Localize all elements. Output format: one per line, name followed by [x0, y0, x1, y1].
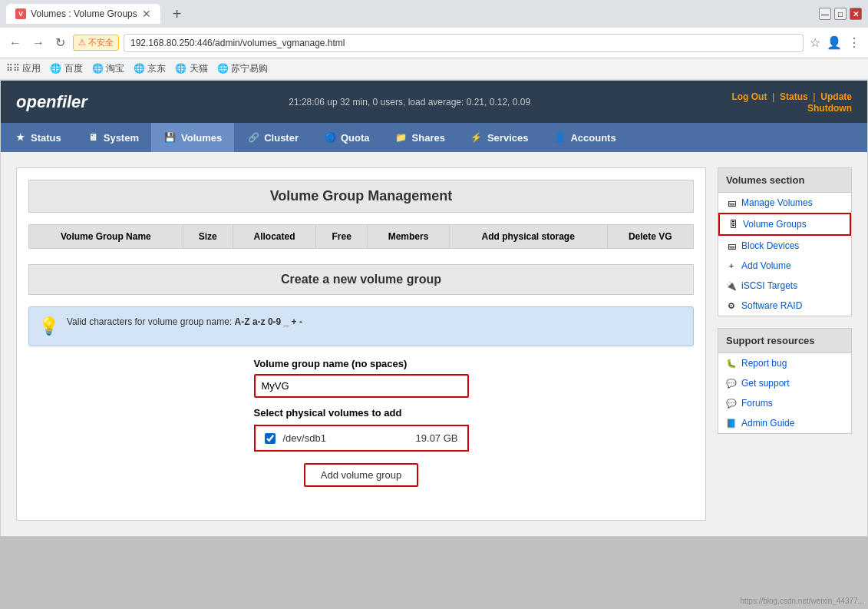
main-navigation: ★ Status 🖥 System 💾 Volumes 🔗 Cluster 🔵 …	[1, 123, 867, 152]
forums-link[interactable]: Forums	[741, 398, 773, 409]
header-links: Log Out | Status | Update Shutdown	[731, 91, 852, 114]
manage-volumes-link[interactable]: Manage Volumes	[741, 197, 813, 208]
status-link[interactable]: Status	[780, 91, 808, 102]
back-button[interactable]: ←	[6, 35, 25, 51]
pv-device: /dev/sdb1	[283, 432, 408, 444]
sep1: |	[772, 91, 777, 102]
nav-shares[interactable]: 📁 Shares	[382, 123, 457, 152]
bookmark-icon[interactable]: ☆	[808, 34, 822, 51]
support-section-title: Support resources	[718, 329, 851, 353]
forward-button[interactable]: →	[29, 35, 48, 51]
sidebar-report-bug[interactable]: 🐛 Report bug	[718, 353, 851, 373]
block-devices-icon: 🖴	[726, 240, 737, 251]
nav-volumes-label: Volumes	[181, 132, 222, 144]
bookmark-taobao[interactable]: 🌐 淘宝	[92, 62, 124, 75]
nav-shares-label: Shares	[412, 132, 445, 144]
nav-cluster-label: Cluster	[264, 132, 299, 144]
create-section-title-bar: Create a new volume group	[28, 264, 694, 295]
get-support-icon: 💬	[726, 378, 737, 389]
add-volume-group-button[interactable]: Add volume group	[304, 463, 419, 487]
menu-icon[interactable]: ⋮	[847, 34, 862, 51]
volume-groups-link[interactable]: Volume Groups	[743, 219, 807, 230]
sidebar-volume-groups[interactable]: 🗄 Volume Groups	[718, 213, 851, 236]
nav-status[interactable]: ★ Status	[1, 123, 74, 152]
close-button[interactable]: ✕	[850, 8, 862, 20]
nav-services[interactable]: ⚡ Services	[457, 123, 541, 152]
software-raid-link[interactable]: Software RAID	[741, 300, 802, 311]
nav-system[interactable]: 🖥 System	[74, 123, 151, 152]
url-bar[interactable]	[124, 34, 804, 52]
warning-icon: ⚠	[78, 38, 86, 48]
security-warning: ⚠ 不安全	[73, 35, 119, 51]
volumes-nav-icon: 💾	[163, 131, 177, 144]
admin-guide-icon: 📘	[726, 418, 737, 429]
nav-accounts[interactable]: 👤 Accounts	[540, 123, 628, 152]
col-free: Free	[316, 225, 368, 249]
pv-section-label: Select physical volumes to add	[254, 407, 469, 419]
page-content: openfiler 21:28:06 up 32 min, 0 users, l…	[0, 80, 868, 537]
bookmark-tianmao[interactable]: 🌐 天猫	[175, 62, 207, 75]
manage-volumes-icon: 🖴	[726, 197, 737, 208]
sidebar-manage-volumes[interactable]: 🖴 Manage Volumes	[718, 193, 851, 213]
bookmarks-label: ⠿⠿ 应用	[6, 62, 41, 75]
get-support-link[interactable]: Get support	[741, 378, 790, 389]
openfiler-header: openfiler 21:28:06 up 32 min, 0 users, l…	[1, 81, 867, 123]
bookmark-baidu[interactable]: 🌐 百度	[50, 62, 82, 75]
vg-table: Volume Group Name Size Allocated Free Me…	[28, 224, 694, 249]
sidebar-get-support[interactable]: 💬 Get support	[718, 373, 851, 393]
vg-name-input[interactable]	[254, 374, 469, 398]
sidebar-block-devices[interactable]: 🖴 Block Devices	[718, 236, 851, 256]
status-nav-icon: ★	[13, 131, 27, 144]
pv-item: /dev/sdb1 19.07 GB	[265, 432, 458, 444]
shutdown-link[interactable]: Shutdown	[807, 103, 852, 114]
profile-icon[interactable]: 👤	[825, 34, 843, 51]
vg-name-group: Volume group name (no spaces)	[254, 358, 469, 398]
minimize-button[interactable]: —	[819, 8, 831, 20]
forums-icon: 💬	[726, 398, 737, 409]
accounts-nav-icon: 👤	[553, 131, 566, 144]
iscsi-targets-link[interactable]: iSCSI Targets	[741, 280, 797, 291]
create-section-heading: Create a new volume group	[37, 273, 685, 286]
col-delete-vg: Delete VG	[607, 225, 693, 249]
nav-accounts-label: Accounts	[570, 132, 616, 144]
software-raid-icon: ⚙	[726, 300, 737, 311]
col-vg-name: Volume Group Name	[29, 225, 183, 249]
report-bug-link[interactable]: Report bug	[741, 358, 787, 369]
tab-close-button[interactable]: ✕	[142, 8, 151, 19]
col-members: Members	[368, 225, 450, 249]
cluster-nav-icon: 🔗	[246, 131, 260, 144]
new-tab-button[interactable]: +	[167, 5, 188, 23]
nav-cluster[interactable]: 🔗 Cluster	[234, 123, 311, 152]
sidebar-iscsi-targets[interactable]: 🔌 iSCSI Targets	[718, 276, 851, 296]
admin-guide-link[interactable]: Admin Guide	[741, 418, 794, 429]
hint-box: 💡 Valid characters for volume group name…	[28, 306, 694, 346]
update-link[interactable]: Update	[820, 91, 852, 102]
active-tab[interactable]: V Volumes : Volume Groups ✕	[6, 4, 160, 24]
pv-checkbox[interactable]	[265, 433, 276, 444]
nav-quota[interactable]: 🔵 Quota	[311, 123, 382, 152]
sidebar-admin-guide[interactable]: 📘 Admin Guide	[718, 413, 851, 433]
sep2: |	[813, 91, 818, 102]
create-vg-form: Volume group name (no spaces) Select phy…	[28, 358, 694, 487]
bookmark-suning[interactable]: 🌐 苏宁易购	[217, 62, 268, 75]
content-area: Volume Group Management Volume Group Nam…	[1, 152, 867, 536]
logout-link[interactable]: Log Out	[731, 91, 767, 102]
page-title: Volume Group Management	[270, 188, 453, 204]
add-volume-link[interactable]: Add Volume	[741, 260, 791, 271]
page-title-bar: Volume Group Management	[28, 180, 694, 213]
nav-volumes[interactable]: 💾 Volumes	[151, 123, 234, 152]
bookmark-jd[interactable]: 🌐 京东	[134, 62, 166, 75]
nav-quota-label: Quota	[341, 132, 370, 144]
sidebar-add-volume[interactable]: + Add Volume	[718, 256, 851, 276]
hint-text: Valid characters for volume group name: …	[67, 316, 302, 327]
block-devices-link[interactable]: Block Devices	[741, 240, 799, 251]
bookmarks-bar: ⠿⠿ 应用 🌐 百度 🌐 淘宝 🌐 京东 🌐 天猫 🌐 苏宁易购	[0, 58, 868, 80]
refresh-button[interactable]: ↻	[52, 34, 68, 51]
col-allocated: Allocated	[233, 225, 315, 249]
browser-window: V Volumes : Volume Groups ✕ + — □ ✕ ← → …	[0, 0, 868, 537]
col-size: Size	[183, 225, 233, 249]
vg-name-label: Volume group name (no spaces)	[254, 358, 469, 369]
sidebar-software-raid[interactable]: ⚙ Software RAID	[718, 296, 851, 316]
maximize-button[interactable]: □	[834, 8, 847, 20]
sidebar-forums[interactable]: 💬 Forums	[718, 393, 851, 413]
